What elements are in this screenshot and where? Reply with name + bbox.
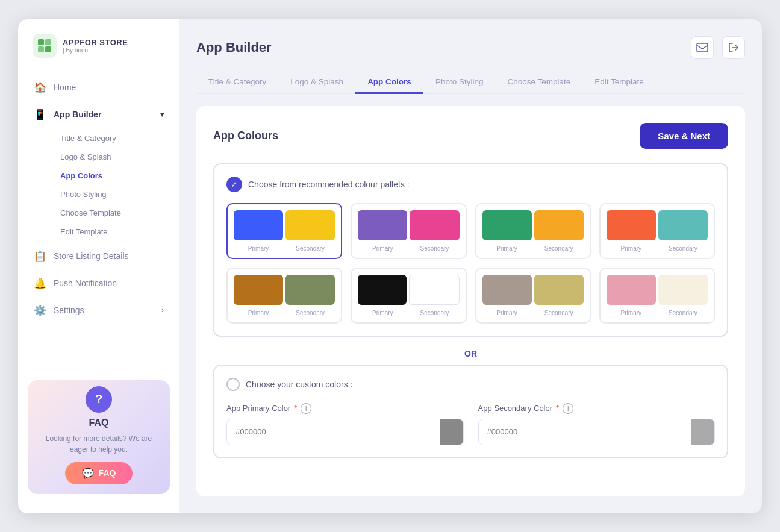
palette-item-4[interactable]: Primary Secondary [599,203,715,259]
palette-header-text: Choose from recommended colour pallets : [248,180,410,189]
sidebar-item-push-notification[interactable]: 🔔 Push Notification [25,271,172,296]
faq-button[interactable]: 💬 FAQ [65,462,133,484]
primary-color-group: App Primary Color * i [226,403,464,445]
sidebar-logo: APPFOR STORE | By boon [18,34,179,75]
app-builder-icon: 📱 [34,108,46,121]
palette-7-secondary-swatch [534,275,584,305]
primary-color-label: App Primary Color * i [226,403,464,414]
palette-6-secondary-swatch [409,275,459,305]
palette-6-primary-swatch [358,275,407,305]
settings-icon: ⚙️ [34,304,46,317]
palette-5-primary-label: Primary [234,310,283,316]
sidebar-item-title-category[interactable]: Title & Category [52,129,172,148]
sidebar-item-app-builder-label: App Builder [54,110,101,119]
tab-photo-styling[interactable]: Photo Styling [423,71,496,94]
palette-4-primary-swatch [607,210,656,240]
sidebar-item-app-colors[interactable]: App Colors [52,166,172,185]
header-icons [691,36,745,59]
palette-7-secondary-label: Secondary [534,310,584,316]
palette-item-8[interactable]: Primary Secondary [599,268,715,324]
palette-item-7[interactable]: Primary Secondary [475,268,591,324]
faq-description: Looking for more details? We are eager t… [37,433,160,455]
save-next-button[interactable]: Save & Next [640,123,728,149]
primary-info-icon[interactable]: i [301,403,311,414]
palette-8-primary-swatch [607,275,656,305]
logo-subtitle: | By boon [63,47,128,54]
palette-item-3[interactable]: Primary Secondary [475,203,591,259]
sidebar-item-choose-template[interactable]: Choose Template [52,204,172,222]
sidebar-item-settings-label: Settings [54,305,84,315]
tab-edit-template[interactable]: Edit Template [582,71,656,94]
palette-3-secondary-swatch [534,210,584,240]
sidebar-item-app-builder[interactable]: 📱 App Builder ▾ [25,102,172,128]
palette-section-header: ✓ Choose from recommended colour pallets… [226,177,715,192]
palette-3-secondary-label: Secondary [534,245,584,252]
secondary-color-input[interactable] [479,420,692,443]
tab-title-category[interactable]: Title & Category [196,71,278,94]
sidebar-item-store-listing-label: Store Listing Details [54,251,129,261]
main-content: App Builder Title & [179,19,762,513]
palette-2-secondary-label: Secondary [410,245,459,252]
palette-1-secondary-label: Secondary [285,245,335,252]
palette-item-1[interactable]: Primary Secondary [226,203,342,259]
palette-2-secondary-swatch [410,210,459,240]
main-header: App Builder [196,36,745,59]
logout-icon [728,42,740,54]
palette-item-6[interactable]: Primary Secondary [351,268,466,324]
sidebar-item-settings[interactable]: ⚙️ Settings › [25,298,172,324]
primary-color-swatch[interactable] [440,419,463,445]
check-circle-icon: ✓ [226,177,242,192]
secondary-info-icon[interactable]: i [563,403,573,414]
palette-6-primary-label: Primary [358,310,407,316]
sidebar-item-edit-template[interactable]: Edit Template [52,222,172,241]
tab-choose-template[interactable]: Choose Template [495,71,582,94]
palette-7-primary-label: Primary [482,310,532,316]
sidebar-item-home[interactable]: 🏠 Home [25,75,172,101]
app-builder-subnav: Title & Category Logo & Splash App Color… [25,129,172,241]
faq-title: FAQ [89,418,109,428]
palette-item-2[interactable]: Primary Secondary [351,203,466,259]
color-inputs-grid: App Primary Color * i App Secondary Colo… [226,403,715,445]
palette-5-secondary-swatch [285,275,335,305]
palette-item-5[interactable]: Primary Secondary [226,268,342,324]
palette-1-primary-swatch [234,210,283,240]
primary-color-input-row [226,419,464,445]
custom-colors-header-text: Choose your custom colors : [246,380,352,389]
custom-colors-radio[interactable] [226,378,240,391]
card-title: App Colours [213,130,278,142]
chevron-down-icon: ▾ [160,110,164,119]
sidebar-item-store-listing[interactable]: 📋 Store Listing Details [25,243,172,269]
sidebar-item-photo-styling[interactable]: Photo Styling [52,185,172,204]
or-divider: OR [213,349,728,358]
sidebar-item-home-label: Home [54,83,76,92]
card-header: App Colours Save & Next [213,123,728,149]
logout-button[interactable] [722,36,745,59]
logo-icon [33,34,57,58]
tab-app-colors[interactable]: App Colors [355,71,423,94]
secondary-color-group: App Secondary Color * i [478,403,716,445]
palette-4-secondary-swatch [658,210,708,240]
faq-card: ? FAQ Looking for more details? We are e… [28,380,170,494]
sidebar-navigation: 🏠 Home 📱 App Builder ▾ Title & Category … [18,75,179,371]
sidebar-item-logo-splash[interactable]: Logo & Splash [52,148,172,166]
palette-8-primary-label: Primary [607,310,656,316]
custom-colors-section: Choose your custom colors : App Primary … [213,365,728,458]
secondary-color-swatch[interactable] [691,419,714,445]
svg-rect-4 [697,43,708,52]
secondary-color-input-row [478,419,716,445]
svg-rect-3 [45,46,51,52]
palette-1-secondary-swatch [285,210,335,240]
palette-4-secondary-label: Secondary [658,245,708,252]
chevron-right-icon: › [161,306,164,315]
palettes-section: ✓ Choose from recommended colour pallets… [213,163,728,337]
palette-7-primary-swatch [482,275,532,305]
palette-5-primary-swatch [234,275,283,305]
palette-2-primary-label: Primary [358,245,407,252]
faq-button-label: FAQ [99,468,116,478]
primary-color-input[interactable] [227,420,440,443]
palette-grid: Primary Secondary Primary Secondary [226,203,715,324]
tab-logo-splash[interactable]: Logo & Splash [278,71,355,94]
home-icon: 🏠 [34,81,46,94]
secondary-required-indicator: * [556,404,559,413]
mail-button[interactable] [691,36,714,59]
